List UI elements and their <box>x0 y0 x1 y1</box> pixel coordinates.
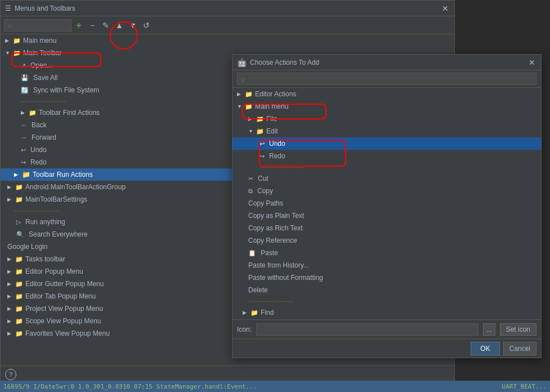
move-up-button[interactable]: ▲ <box>113 19 126 32</box>
dialog-close-button[interactable]: ✕ <box>527 58 536 67</box>
main-window-titlebar: ☰ Menus and Toolbars ✕ <box>1 1 454 16</box>
folder-icon: 📁 <box>15 330 23 337</box>
ok-button[interactable]: OK <box>471 342 499 355</box>
item-label: Paste <box>261 249 278 257</box>
expand-arrow: ▶ <box>7 281 13 287</box>
item-label: Back <box>32 121 47 129</box>
set-icon-button[interactable]: Set icon <box>500 323 536 336</box>
undo-icon: ↩ <box>260 140 265 148</box>
item-label: Undo <box>269 140 285 148</box>
expand-arrow: ▶ <box>7 331 13 336</box>
item-label: Editor Gutter Popup Menu <box>25 280 104 288</box>
expand-arrow: ▶ <box>7 197 13 202</box>
edit-button[interactable]: ✎ <box>100 19 112 32</box>
dialog-search-input[interactable] <box>237 73 536 85</box>
action-icon: ← <box>21 122 27 128</box>
add-button[interactable]: + <box>73 19 85 32</box>
item-label: File <box>266 115 277 123</box>
main-search-input[interactable] <box>4 19 71 32</box>
item-label: Tasks toolbar <box>25 255 65 263</box>
choose-actions-dialog: 🤖 Choose Actions To Add ✕ ▶ 📁 Editor Act… <box>232 54 542 358</box>
dialog-tree-main-menu[interactable]: ▼ 📁 Main menu <box>232 100 541 113</box>
folder-icon: 📁 <box>15 256 23 263</box>
copy-icon: ⧉ <box>248 188 253 195</box>
icon-browse-button[interactable]: ... <box>483 323 495 336</box>
dialog-tree-delete[interactable]: Delete <box>232 284 541 296</box>
menu-icon: ☰ <box>5 5 11 12</box>
dialog-tree-redo[interactable]: ↪ Redo <box>232 150 541 162</box>
action-icon: ↪ <box>21 159 26 166</box>
icon-input[interactable] <box>256 323 479 336</box>
item-label: Favorites View Popup Menu <box>25 329 110 337</box>
dialog-tree-file[interactable]: ▶ 📁 File <box>232 113 541 125</box>
action-icon: ↗ <box>21 62 26 69</box>
tree-item-main-menu[interactable]: ▶ 📁 Main menu <box>1 34 454 47</box>
item-label: Edit <box>266 127 278 135</box>
folder-icon: 📁 <box>256 115 264 123</box>
dialog-tree-copy-paths[interactable]: Copy Paths <box>232 197 541 210</box>
cancel-button[interactable]: Cancel <box>503 342 536 355</box>
item-label: Copy Reference <box>248 237 297 244</box>
item-label: Android.MainToolBarActionGroup <box>25 183 126 191</box>
expand-arrow: ▼ <box>248 128 254 134</box>
folder-icon: 📁 <box>251 309 258 317</box>
search-icon: 🔍 <box>16 231 24 238</box>
folder-icon: 📁 <box>15 280 23 288</box>
folder-icon: 📁 <box>13 50 21 57</box>
item-label: Cut <box>258 175 269 182</box>
dialog-tree-undo[interactable]: ↩ Undo <box>232 137 541 150</box>
item-label: Undo <box>30 146 47 154</box>
dialog-titlebar: 🤖 Choose Actions To Add ✕ <box>232 55 541 70</box>
dialog-tree-cut[interactable]: ✂ Cut <box>232 172 541 185</box>
item-label: Delete <box>248 286 268 294</box>
dialog-tree-copy[interactable]: ⧉ Copy <box>232 185 541 197</box>
remove-button[interactable]: − <box>86 19 99 32</box>
item-label: Paste from History... <box>248 261 309 269</box>
dialog-tree-editor-actions[interactable]: ▶ 📁 Editor Actions <box>232 88 541 100</box>
expand-arrow: ▼ <box>5 50 11 56</box>
item-label: Redo <box>269 152 285 160</box>
dialog-tree-edit[interactable]: ▼ 📁 Edit <box>232 125 541 137</box>
item-label: Run anything <box>25 218 65 226</box>
item-label: Toolbar Run Actions <box>33 171 93 179</box>
main-window-close-button[interactable]: ✕ <box>441 4 450 13</box>
main-window-title-container: ☰ Menus and Toolbars <box>5 5 75 12</box>
expand-arrow: ▶ <box>21 110 26 115</box>
item-label: Sync with File System <box>33 86 99 94</box>
dialog-tree-paste-hist[interactable]: Paste from History... <box>232 259 541 271</box>
item-label: Copy Paths <box>248 199 283 207</box>
dialog-tree-copy-ref[interactable]: Copy Reference <box>232 234 541 247</box>
dialog-tree-paste-noformat[interactable]: Paste without Formatting <box>232 271 541 284</box>
dialog-separator-2: -------------------- <box>232 296 541 306</box>
move-down-button[interactable]: ▼ <box>127 19 139 32</box>
reset-button[interactable]: ↺ <box>140 19 153 32</box>
expand-arrow: ▶ <box>243 310 248 315</box>
item-label: Search Everywhere <box>29 230 88 238</box>
dialog-title: Choose Actions To Add <box>250 59 319 66</box>
folder-icon: 📁 <box>22 171 30 179</box>
item-label: Editor Tab Popup Menu <box>25 292 96 300</box>
main-window-title: Menus and Toolbars <box>15 5 75 12</box>
dialog-tree-find[interactable]: ▶ 📁 Find <box>232 306 541 317</box>
item-label: Redo <box>30 158 47 166</box>
expand-arrow: ▶ <box>7 306 13 311</box>
dialog-buttons-bar: OK Cancel <box>232 338 541 358</box>
cut-icon: ✂ <box>248 175 253 182</box>
expand-arrow: ▶ <box>7 293 13 299</box>
dialog-tree-container: ▶ 📁 Editor Actions ▼ 📁 Main menu ▶ 📁 Fil… <box>232 88 541 317</box>
item-label: Main Toolbar <box>23 49 61 57</box>
help-button[interactable]: ? <box>5 369 16 380</box>
folder-icon: 📁 <box>15 196 23 203</box>
folder-icon: 📁 <box>245 103 253 110</box>
item-label: Copy <box>257 187 273 195</box>
dialog-tree-paste[interactable]: 📋 Paste <box>232 247 541 259</box>
dialog-tree-copy-plain[interactable]: Copy as Plain Text <box>232 210 541 222</box>
dialog-tree-copy-rich[interactable]: Copy as Rich Text <box>232 222 541 234</box>
item-label: Editor Actions <box>255 90 296 98</box>
folder-icon: 📁 <box>15 318 23 325</box>
dialog-separator-1: -------------------- <box>232 162 541 172</box>
item-label: Scope View Popup Menu <box>25 317 101 325</box>
item-label: Toolbar Find Actions <box>39 109 100 117</box>
item-label: Find <box>261 309 274 317</box>
dialog-title-container: 🤖 Choose Actions To Add <box>237 58 319 67</box>
